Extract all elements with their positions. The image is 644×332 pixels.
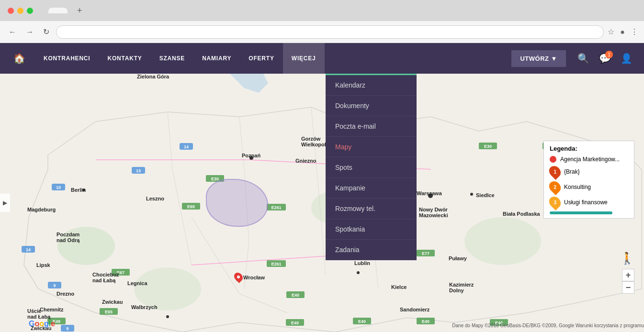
dropdown-item-mapy[interactable]: Mapy <box>326 137 417 157</box>
map-container[interactable]: 10 13 14 14 9 9 E30 E65 E261 <box>0 74 644 332</box>
notifications-button[interactable]: 💬 1 <box>595 49 615 68</box>
new-tab-button[interactable]: + <box>77 6 82 16</box>
svg-text:14: 14 <box>184 144 189 149</box>
refresh-button[interactable]: ↻ <box>40 25 52 38</box>
google-g2: g <box>44 320 49 328</box>
city-chochebuz: Chociebużnad Łabą <box>92 272 119 283</box>
map-background: 10 13 14 14 9 9 E30 E65 E261 <box>0 74 644 332</box>
nav-item-kontakty[interactable]: KONTAKTY <box>99 43 150 74</box>
create-button[interactable]: UTWÓRZ ▼ <box>511 50 566 67</box>
svg-text:9: 9 <box>53 283 56 288</box>
dropdown-item-zadania[interactable]: Zadania <box>326 240 417 260</box>
svg-text:E261: E261 <box>271 205 281 210</box>
home-button[interactable]: 🏠 <box>8 49 31 68</box>
browser-toolbar: ← → ↻ ☆ ● ⋮ <box>0 21 644 43</box>
svg-text:E65: E65 <box>105 310 113 314</box>
svg-point-57 <box>357 271 360 274</box>
back-button[interactable]: ← <box>6 26 19 38</box>
svg-text:E40: E40 <box>292 293 299 298</box>
app-header: 🏠 KONTRAHENCI KONTAKTY SZANSE NAMIARY OF… <box>0 43 644 74</box>
dropdown-item-spots[interactable]: Spots <box>326 157 417 178</box>
city-poznan: Poznań <box>242 153 260 158</box>
city-magdeburg: Magdeburg <box>27 207 56 212</box>
svg-text:E40: E40 <box>358 319 366 324</box>
legend-item-0: Agencja Marketingow... <box>550 156 628 163</box>
forward-button[interactable]: → <box>23 26 36 38</box>
svg-text:10: 10 <box>56 185 61 190</box>
profile-icon[interactable]: ● <box>620 28 625 36</box>
city-leszno: Leszno <box>146 196 164 201</box>
browser-chrome: + ← → ↻ ☆ ● ⋮ <box>0 0 644 43</box>
svg-text:13: 13 <box>136 168 141 173</box>
street-view-pegman[interactable]: 🚶 <box>620 252 634 265</box>
city-siedlce: Siedlce <box>476 192 495 198</box>
legend-bar <box>550 211 612 214</box>
header-icons: 🔍 💬 1 👤 <box>574 49 636 68</box>
zoom-in-button[interactable]: + <box>622 269 634 281</box>
browser-dots <box>8 8 33 14</box>
svg-text:14: 14 <box>26 247 31 252</box>
city-kielce: Kielce <box>391 284 407 290</box>
svg-text:9: 9 <box>66 326 68 331</box>
svg-point-58 <box>166 315 169 318</box>
legend-item-3: 3 Usługi finansowe <box>550 196 628 209</box>
user-button[interactable]: 👤 <box>617 49 636 68</box>
google-logo: G o o g l e <box>29 320 55 328</box>
menu-icon[interactable]: ⋮ <box>631 27 638 36</box>
dropdown-item-kalendarz[interactable]: Kalendarz <box>326 75 417 96</box>
nav-item-oferty[interactable]: OFERTY <box>240 43 282 74</box>
legend-item-2: 2 Konsulting <box>550 181 628 193</box>
nav-item-wiecej[interactable]: WIĘCEJ <box>283 43 325 74</box>
city-walbrzych: Walbrzych <box>131 304 158 310</box>
notification-badge: 1 <box>605 51 613 58</box>
search-icon: 🔍 <box>577 53 589 64</box>
city-nowyDwor: Nowy DwórMazowiecki <box>419 207 448 218</box>
bookmark-icon[interactable]: ☆ <box>608 27 614 36</box>
map-pin-wroclaw[interactable] <box>235 272 242 282</box>
city-pulawy: Puławy <box>449 255 467 261</box>
sidebar-toggle-button[interactable]: ▶ <box>0 194 10 212</box>
wiecej-dropdown-menu: Kalendarz Dokumenty Poczta e-mail Mapy S… <box>326 74 417 260</box>
city-warszawa: Warszawa <box>417 190 442 196</box>
map-copyright: Dane do Mapy ©2018 GeoBasis-DE/BKG ©2009… <box>452 323 644 328</box>
nav-item-szanse[interactable]: SZANSE <box>151 43 193 74</box>
city-legnica: Legnica <box>127 280 147 286</box>
city-drezno: Drezno <box>56 291 74 297</box>
legend-label-0: Agencja Marketingow... <box>560 156 620 163</box>
svg-point-56 <box>470 193 473 196</box>
svg-text:E77: E77 <box>422 251 429 256</box>
zoom-out-button[interactable]: − <box>622 281 634 294</box>
svg-text:E261: E261 <box>271 262 281 266</box>
city-gniezno: Gniezno <box>295 158 316 164</box>
main-navigation: KONTRAHENCI KONTAKTY SZANSE NAMIARY OFER… <box>35 43 508 74</box>
svg-point-8 <box>464 217 541 265</box>
nav-item-kontrahenci[interactable]: KONTRAHENCI <box>35 43 99 74</box>
city-lublin: Lublin <box>354 260 370 266</box>
address-bar[interactable] <box>56 25 604 39</box>
legend-title: Legenda: <box>550 145 628 152</box>
dropdown-item-spotkania[interactable]: Spotkania <box>326 219 417 240</box>
browser-tab[interactable] <box>48 8 68 13</box>
dropdown-item-rozmowy[interactable]: Rozmowy tel. <box>326 199 417 219</box>
city-wroclaw: Wrocław <box>243 275 265 280</box>
dropdown-item-poczta[interactable]: Poczta e-mail <box>326 116 417 137</box>
user-avatar-icon: 👤 <box>621 53 633 64</box>
dropdown-item-kampanie[interactable]: Kampanie <box>326 178 417 199</box>
city-uście: Uścienad Łabą <box>27 308 50 320</box>
svg-text:E65: E65 <box>187 204 195 209</box>
map-legend: Legenda: Agencja Marketingow... 1 {Brak}… <box>543 141 634 219</box>
legend-label-1: {Brak} <box>564 168 580 175</box>
maximize-dot[interactable] <box>27 8 33 14</box>
google-e: e <box>51 320 55 328</box>
search-button[interactable]: 🔍 <box>574 49 593 68</box>
city-poczdam: Poczdamnad Odrą <box>56 232 79 243</box>
city-sandomierz: Sandomierz <box>400 307 429 312</box>
svg-text:E40: E40 <box>291 321 299 325</box>
dropdown-item-dokumenty[interactable]: Dokumenty <box>326 96 417 116</box>
legend-item-1: 1 {Brak} <box>550 166 628 178</box>
minimize-dot[interactable] <box>17 8 23 14</box>
nav-item-namiary[interactable]: NAMIARY <box>193 43 240 74</box>
google-o2: o <box>39 320 44 328</box>
city-berlin: Berlin <box>71 187 86 193</box>
close-dot[interactable] <box>8 8 14 14</box>
